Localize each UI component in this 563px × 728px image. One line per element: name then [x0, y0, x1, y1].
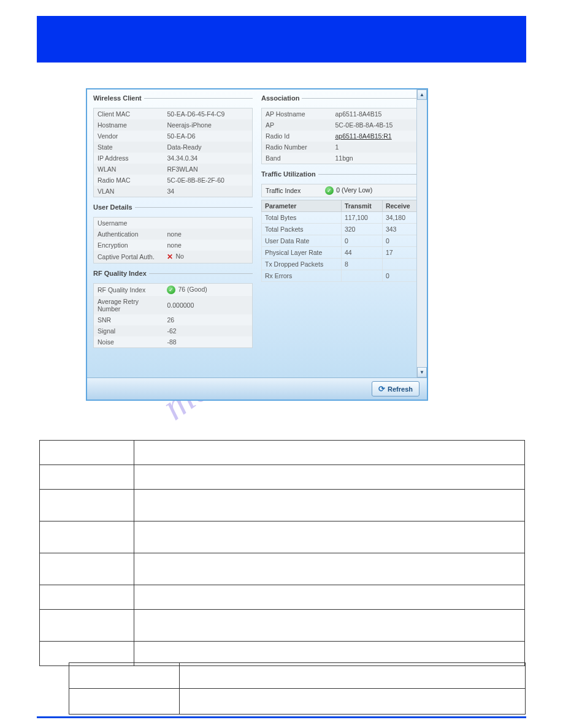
param: Total Bytes [262, 212, 342, 224]
kv-value: 5C-0E-8B-8E-2F-60 [163, 175, 252, 186]
radio-id-link[interactable]: ap6511-8A4B15:R1 [335, 132, 391, 140]
traffic-index-value-wrap: ✓0 (Very Low) [325, 186, 372, 195]
param: User Data Rate [262, 235, 342, 247]
kv-value: ✓76 (Good) [163, 284, 252, 297]
param: Total Packets [262, 224, 342, 235]
table-row: Total Packets320343 [262, 224, 421, 235]
table-row: Rx Errors0 [262, 270, 421, 282]
page-footer-rule [37, 716, 526, 718]
col-transmit: Transmit [341, 200, 382, 212]
table-row: Username [94, 218, 253, 229]
kv-value: none [163, 240, 252, 251]
kv-key: AP [262, 119, 332, 131]
association-section: Association AP Hostnameap6511-8A4B15 AP5… [261, 94, 421, 164]
left-column: Wireless Client Client MAC50-EA-D6-45-F4… [93, 94, 253, 354]
scroll-down-button[interactable]: ▼ [417, 367, 427, 377]
traffic-grid: Parameter Transmit Receive Total Bytes11… [261, 200, 421, 282]
table-row: Total Bytes117,10034,180 [262, 212, 421, 224]
cell [69, 689, 180, 715]
panel-footer: ⟳ Refresh [87, 377, 427, 400]
page-header-bar [37, 16, 526, 63]
table-row: IP Address34.34.0.34 [94, 153, 253, 164]
param: Rx Errors [262, 270, 342, 282]
cell [180, 663, 526, 689]
scroll-up-button[interactable]: ▲ [417, 89, 427, 100]
rx [382, 259, 420, 270]
kv-value: 11bgn [331, 153, 420, 164]
kv-key: Radio MAC [94, 175, 164, 186]
kv-key: AP Hostname [262, 108, 332, 120]
x-icon: ✕ [167, 252, 173, 261]
table-row: Client MAC50-EA-D6-45-F4-C9 [94, 108, 253, 120]
table-row [69, 663, 526, 689]
kv-value: RF3WLAN [163, 164, 252, 175]
tx: 8 [341, 259, 382, 270]
kv-key: SNR [94, 314, 164, 325]
rx: 0 [382, 235, 420, 247]
cell [180, 689, 526, 715]
refresh-button[interactable]: ⟳ Refresh [372, 381, 419, 396]
rx: 343 [382, 224, 420, 235]
param: Tx Dropped Packets [262, 259, 342, 270]
table-row: VLAN34 [94, 186, 253, 197]
kv-key: IP Address [94, 153, 164, 164]
table-row: AP5C-0E-8B-8A-4B-15 [262, 119, 421, 131]
table-row: Encryptionnone [94, 240, 253, 251]
kv-value[interactable]: ap6511-8A4B15:R1 [331, 131, 420, 142]
wireless-client-section: Wireless Client Client MAC50-EA-D6-45-F4… [93, 94, 253, 197]
kv-key: Username [94, 218, 164, 229]
cell [40, 490, 134, 521]
traffic-index-label: Traffic Index [266, 187, 301, 194]
table-row: WLANRF3WLAN [94, 164, 253, 175]
table-row: Radio Idap6511-8A4B15:R1 [262, 131, 421, 142]
traffic-section: Traffic Utilization Traffic Index ✓0 (Ve… [261, 170, 421, 282]
kv-key: Signal [94, 325, 164, 336]
kv-value: 26 [163, 314, 252, 325]
table-row: RF Quality Index✓76 (Good) [94, 284, 253, 297]
cell [40, 521, 134, 553]
kv-value: 1 [331, 142, 420, 153]
table-row: Tx Dropped Packets8 [262, 259, 421, 270]
table-row: StateData-Ready [94, 142, 253, 153]
rf-quality-section: RF Quality Index RF Quality Index✓76 (Go… [93, 270, 253, 348]
page-table-upper [39, 440, 525, 666]
rf-quality-heading: RF Quality Index [93, 270, 149, 277]
refresh-label: Refresh [388, 385, 413, 393]
rx: 17 [382, 247, 420, 259]
captive-value: No [175, 252, 183, 260]
kv-value: ap6511-8A4B15 [331, 108, 420, 120]
association-heading: Association [261, 94, 302, 102]
wireless-client-table: Client MAC50-EA-D6-45-F4-C9 HostnameNeer… [93, 108, 253, 197]
table-row: SNR26 [94, 314, 253, 325]
cell [40, 465, 134, 490]
table-row [40, 610, 525, 642]
table-row: Captive Portal Auth.✕No [94, 251, 253, 264]
table-row: Vendor50-EA-D6 [94, 131, 253, 142]
vertical-scrollbar[interactable]: ▲ ▼ [416, 89, 427, 377]
cell [40, 585, 134, 610]
table-header-row: Parameter Transmit Receive [262, 200, 421, 212]
kv-value: -88 [163, 336, 252, 348]
rf-quality-table: RF Quality Index✓76 (Good) Average Retry… [93, 283, 253, 348]
col-receive: Receive [382, 200, 420, 212]
traffic-index-box: Traffic Index ✓0 (Very Low) [261, 184, 421, 197]
kv-value: 34 [163, 186, 252, 197]
param: Physical Layer Rate [262, 247, 342, 259]
kv-value [163, 218, 252, 229]
cell [40, 553, 134, 585]
tx [341, 270, 382, 282]
right-column: Association AP Hostnameap6511-8A4B15 AP5… [261, 94, 421, 354]
table-row [40, 553, 525, 585]
kv-key: Radio Number [262, 142, 332, 153]
traffic-index-value: 0 (Very Low) [336, 186, 372, 194]
table-row: Radio MAC5C-0E-8B-8E-2F-60 [94, 175, 253, 186]
kv-key: Encryption [94, 240, 164, 251]
association-table: AP Hostnameap6511-8A4B15 AP5C-0E-8B-8A-4… [261, 108, 421, 164]
cell [134, 585, 525, 610]
cell [40, 610, 134, 642]
kv-value: 50-EA-D6 [163, 131, 252, 142]
kv-value: Data-Ready [163, 142, 252, 153]
tx: 44 [341, 247, 382, 259]
kv-key: VLAN [94, 186, 164, 197]
kv-key: Band [262, 153, 332, 164]
